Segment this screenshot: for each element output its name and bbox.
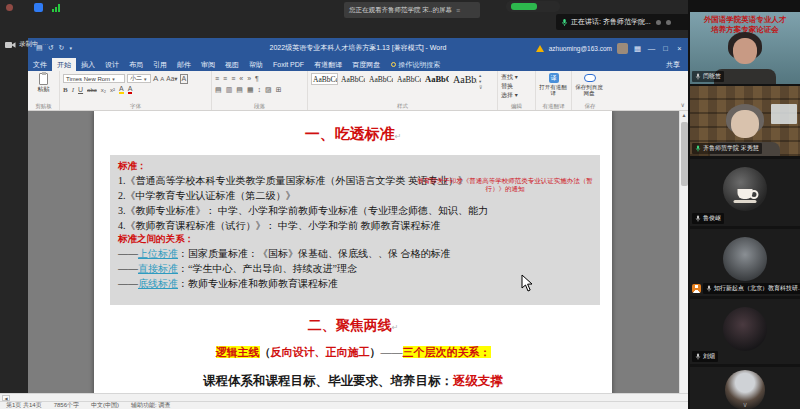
participant-name: 鲁俊岖 (692, 213, 724, 224)
shading-icon[interactable]: ▨ (265, 86, 272, 94)
word-close-button[interactable]: × (675, 44, 684, 53)
youdao-icon: 译 (549, 73, 559, 83)
justify-icon[interactable]: ▦ (247, 86, 254, 94)
replace-button[interactable]: 替换 (501, 82, 532, 91)
tab-design[interactable]: 设计 (100, 58, 124, 71)
tab-review[interactable]: 审阅 (196, 58, 220, 71)
select-button[interactable]: 选择 ▾ (501, 91, 532, 100)
tab-home[interactable]: 开始 (52, 58, 76, 71)
tab-mailings[interactable]: 邮件 (172, 58, 196, 71)
word-count[interactable]: 7856个字 (54, 401, 79, 409)
save-baidu-button[interactable]: 保存到百度网盘 (575, 84, 603, 96)
change-case-icon[interactable]: Aa▾ (166, 75, 177, 83)
tell-me-search[interactable]: 操作说明搜索 (385, 58, 446, 71)
underline-icon[interactable]: U (78, 86, 83, 93)
collapse-ribbon-icon[interactable]: ∨ (681, 101, 685, 108)
increase-indent-icon[interactable]: » (247, 75, 251, 82)
menu-icon[interactable]: ≡ (456, 7, 460, 14)
bullets-icon[interactable]: ≡ (215, 75, 219, 82)
character-border-icon[interactable]: A (180, 74, 189, 84)
participant-tile[interactable]: 齐鲁师范学院 宋秀慧 (690, 86, 800, 156)
record-dot-icon (6, 4, 13, 11)
bold-icon[interactable]: B (63, 86, 68, 94)
style-card[interactable]: AaBbCcDdfontstyle... (339, 73, 366, 85)
share-button[interactable]: 共享 (658, 58, 688, 71)
speaking-indicator: 正在讲话: 齐鲁师范学院... (556, 14, 690, 30)
sidebar-collapse-icon[interactable]: ∨ (742, 401, 747, 409)
line-spacing-icon[interactable]: ↕ (258, 86, 262, 93)
focus-highlight-2: 三个层次的关系： (403, 346, 491, 358)
share-toolbar-pill[interactable] (506, 1, 560, 12)
font-size-select[interactable]: 小二▾ (127, 74, 151, 83)
paste-icon[interactable] (39, 73, 48, 85)
ribbon-tabs: 文件 开始 插入 设计 布局 引用 邮件 审阅 视图 帮助 Foxit PDF … (28, 58, 688, 71)
share-indicator (511, 3, 537, 10)
toast-text: 您正在观看齐鲁师范学院 宋..的屏幕 (349, 6, 452, 15)
borders-icon[interactable]: ⊞ (276, 86, 282, 94)
style-label: 标题 1 (476, 78, 478, 84)
superscript-icon[interactable]: x² (110, 87, 115, 93)
style-card[interactable]: AaBbCcDcolumn... (311, 73, 338, 85)
relation-term: 上位标准 (138, 248, 178, 259)
language-indicator[interactable]: 中文(中国) (91, 401, 119, 409)
tab-baidu[interactable]: 百度网盘 (347, 58, 385, 71)
paragraph-mark-icon[interactable]: ¶ (255, 75, 259, 82)
align-center-icon[interactable]: ▥ (226, 86, 233, 94)
highlight-color-icon[interactable]: A (119, 85, 124, 94)
tab-help[interactable]: 帮助 (244, 58, 268, 71)
italic-icon[interactable]: I (72, 86, 74, 94)
participant-tile[interactable]: 刘烟 (690, 299, 800, 364)
tab-references[interactable]: 引用 (148, 58, 172, 71)
decrease-indent-icon[interactable]: « (239, 75, 243, 82)
account-email[interactable]: azhuoming@163.com (549, 45, 612, 52)
participant-tile[interactable]: 知行新起点（北京）教育科技研... (690, 229, 800, 296)
font-name-select[interactable]: Times New Rom▾ (63, 74, 125, 83)
tab-file[interactable]: 文件 (28, 58, 52, 71)
word-maximize-button[interactable]: □ (661, 44, 670, 53)
title-bar-right: azhuoming@163.com ▦ — □ × (536, 38, 684, 58)
participant-tile[interactable]: ∨ (690, 367, 800, 409)
tab-insert[interactable]: 插入 (76, 58, 100, 71)
accessibility-status[interactable]: 辅助功能: 调查 (131, 401, 170, 409)
tab-youdao[interactable]: 有道翻译 (309, 58, 347, 71)
style-card[interactable]: AaBb标题 1 (451, 73, 478, 86)
ribbon-display-icon[interactable]: ▦ (633, 44, 642, 53)
save-group-label: 保存 (575, 102, 605, 110)
multilevel-list-icon[interactable]: ≡ (231, 75, 235, 82)
paste-button[interactable]: 粘贴 (31, 85, 56, 94)
participant-tile[interactable]: 外国语学院英语专业人才 培养方案专家论证会 闫晓芸 (690, 12, 800, 84)
app-tray-icon[interactable] (34, 3, 43, 12)
annotation-note: 教育部关于印发《普通高等学校师范类专业认证实施办法（暂行）》的通知 (416, 177, 594, 193)
styles-group: AaBbCcDcolumn... AaBbCcDdfontstyle... Aa… (308, 71, 498, 110)
grow-font-icon[interactable]: A (153, 74, 158, 83)
word-minimize-button[interactable]: — (647, 44, 656, 53)
doc-heading-1: 一、吃透标准↵ (94, 125, 612, 144)
tab-layout[interactable]: 布局 (124, 58, 148, 71)
account-avatar[interactable] (617, 43, 628, 54)
font-color-icon[interactable]: A (128, 85, 133, 94)
styles-gallery-scroll[interactable]: ▴▾⊽ (479, 73, 482, 91)
standards-label: 标准： (118, 160, 592, 173)
tab-view[interactable]: 视图 (220, 58, 244, 71)
style-card[interactable]: AaBbCcDitem-nu... (367, 73, 394, 85)
page-indicator[interactable]: 第1页 共14页 (6, 401, 42, 409)
participant-tile[interactable]: 鲁俊岖 (690, 159, 800, 226)
scrollbar-thumb[interactable] (681, 122, 688, 186)
style-card[interactable]: AaBbCcDNormalC... (395, 73, 422, 85)
vertical-scrollbar[interactable]: ▲ (679, 111, 688, 393)
strikethrough-icon[interactable]: abc (87, 87, 97, 93)
align-left-icon[interactable]: ▤ (215, 86, 222, 94)
shrink-font-icon[interactable]: A (160, 76, 164, 82)
style-card[interactable]: AaBbC标题 (423, 73, 450, 85)
open-youdao-button[interactable]: 打开有道翻译 (539, 84, 567, 96)
numbering-icon[interactable]: ≡ (223, 75, 227, 82)
subscript-icon[interactable]: x₂ (101, 87, 106, 93)
tab-foxit-pdf[interactable]: Foxit PDF (268, 58, 309, 71)
align-right-icon[interactable]: ▤ (236, 86, 243, 94)
document-page[interactable]: 一、吃透标准↵ 标准： 1.《普通高等学校本科专业类教学质量国家标准（外国语言文… (94, 111, 612, 393)
find-button[interactable]: 查找 ▾ (501, 73, 532, 82)
horizontal-scrollbar[interactable]: ◀ (0, 393, 688, 401)
scroll-up-icon[interactable]: ▲ (680, 111, 688, 120)
participant-name: 齐鲁师范学院 宋秀慧 (692, 143, 762, 154)
more-icon[interactable]: ⋯ (42, 41, 50, 49)
